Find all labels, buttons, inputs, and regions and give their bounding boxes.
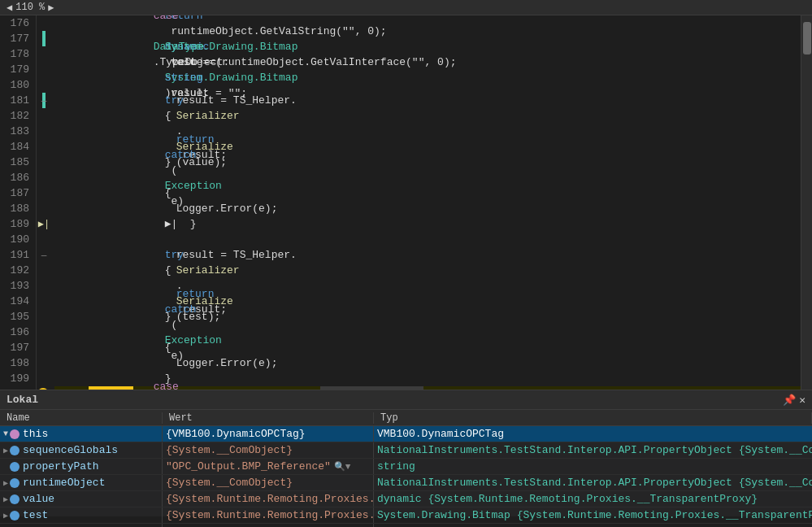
this-name-text: this — [23, 428, 48, 440]
expand-test-icon[interactable]: ▶ — [3, 511, 8, 520]
test-value-text: {System.Runtime.Remoting.Proxies.__Trans… — [166, 509, 374, 521]
this-type-text: VMB100.DynamicOPCTag — [377, 428, 504, 440]
pp-search-icon[interactable]: 🔍 — [334, 461, 345, 472]
sg-value-text: {System.__ComObject} — [166, 444, 293, 456]
cell-test-name: ▶ test — [0, 507, 163, 523]
expand-pp-icon[interactable]: ▶ — [3, 462, 8, 472]
green-indicator-177 — [42, 31, 46, 46]
debug-row-runtimeObject[interactable]: ▶ runtimeObject {System.__ComObject} Nat… — [0, 475, 812, 491]
sg-name-text: sequenceGlobals — [23, 444, 118, 456]
sg-obj-icon — [10, 446, 20, 455]
col-typ: Typ — [374, 412, 812, 424]
test-type-text: System.Drawing.Bitmap {System.Runtime.Re… — [377, 509, 812, 521]
pp-obj-icon — [10, 462, 20, 472]
expand-sg-icon[interactable]: ▶ — [3, 446, 8, 455]
pp-dropdown-icon[interactable]: ▼ — [345, 462, 351, 472]
cell-sg-value: {System.__ComObject} — [163, 442, 374, 458]
val-type-text: dynamic {System.Runtime.Remoting.Proxies… — [377, 493, 758, 505]
val-value-text: {System.Runtime.Remoting.Proxies.__Trans… — [166, 493, 374, 505]
cell-pp-name: ▶ propertyPath — [0, 459, 163, 474]
val-name-text: value — [23, 493, 54, 505]
debug-row-this[interactable]: ▼ this {VMB100.DynamicOPCTag} VMB100.Dyn… — [0, 426, 812, 442]
debug-pin-icon[interactable]: 📌 — [783, 394, 796, 407]
cell-result-value: "" — [163, 524, 374, 527]
line-numbers: 176 177 178 179 180 181 182 183 184 185 … — [0, 15, 37, 390]
cell-ro-type: NationalInstruments.TestStand.Interop.AP… — [374, 475, 812, 490]
ro-name-text: runtimeObject — [23, 477, 105, 489]
this-obj-icon — [10, 429, 20, 439]
vertical-scrollbar[interactable] — [801, 15, 812, 390]
code-gutter: ▶| — — ➤ — [37, 15, 51, 390]
debug-row-test[interactable]: ▶ test {System.Runtime.Remoting.Proxies.… — [0, 507, 812, 524]
cell-val-name: ▶ value — [0, 491, 163, 507]
debug-panel-title: Lokal — [7, 394, 38, 406]
this-value-text: {VMB100.DynamicOPCTag} — [166, 428, 306, 440]
cell-this-type: VMB100.DynamicOPCTag — [374, 426, 812, 442]
cell-result-name: ▶ result — [0, 524, 163, 527]
test-name-text: test — [23, 509, 48, 521]
zoom-bar: ◀ 110 % ▶ — [0, 0, 812, 15]
cell-sg-name: ▶ sequenceGlobals — [0, 442, 163, 458]
ro-value-text: {System.__ComObject} — [166, 477, 293, 489]
cell-pp-value: "OPC_Output.BMP_Reference" 🔍 ▼ — [163, 459, 374, 474]
arrow-indicator-189: ▶| — [38, 216, 50, 232]
zoom-left-arrow[interactable]: ◀ — [7, 2, 12, 14]
debug-row-value[interactable]: ▶ value {System.Runtime.Remoting.Proxies… — [0, 491, 812, 507]
debug-close-icon[interactable]: ✕ — [799, 394, 805, 407]
code-editor[interactable]: 176 177 178 179 180 181 182 183 184 185 … — [0, 15, 812, 390]
pp-type-text: string — [377, 460, 415, 473]
cell-val-type: dynamic {System.Runtime.Remoting.Proxies… — [374, 491, 812, 507]
editor-area: ◀ 110 % ▶ 176 177 178 179 180 181 182 18… — [0, 0, 812, 516]
cell-test-type: System.Drawing.Bitmap {System.Runtime.Re… — [374, 507, 812, 523]
expand-this-icon[interactable]: ▼ — [3, 429, 8, 438]
val-obj-icon — [10, 494, 20, 504]
zoom-right-arrow[interactable]: ▶ — [48, 2, 54, 14]
cell-test-value: {System.Runtime.Remoting.Proxies.__Trans… — [163, 507, 374, 523]
cell-ro-value: {System.__ComObject} — [163, 475, 374, 490]
cell-ro-name: ▶ runtimeObject — [0, 475, 163, 490]
pp-name-text: propertyPath — [23, 460, 99, 473]
debug-table-header: Name Wert Typ — [0, 410, 812, 426]
cell-sg-type: NationalInstruments.TestStand.Interop.AP… — [374, 442, 812, 458]
debug-row-result[interactable]: ▶ result "" string — [0, 524, 812, 527]
col-wert: Wert — [163, 412, 374, 424]
cell-result-type: string — [374, 524, 812, 527]
fold-icon-191[interactable]: — — [38, 247, 50, 263]
expand-ro-icon[interactable]: ▶ — [3, 478, 8, 488]
cell-this-name: ▼ this — [0, 426, 163, 442]
debug-row-propertyPath[interactable]: ▶ propertyPath "OPC_Output.BMP_Reference… — [0, 459, 812, 475]
ro-obj-icon — [10, 478, 20, 488]
test-obj-icon — [10, 511, 20, 520]
sg-type-text: NationalInstruments.TestStand.Interop.AP… — [377, 444, 812, 456]
scrollbar-thumb[interactable] — [803, 22, 811, 54]
col-name: Name — [0, 412, 163, 424]
code-line-189: ▶| } — [54, 216, 801, 232]
pp-value-text: "OPC_Output.BMP_Reference" — [166, 460, 331, 473]
debug-panel: Lokal 📌 ✕ Name Wert Typ ▼ this {VMB100.D… — [0, 390, 812, 516]
debug-panel-header: Lokal 📌 ✕ — [0, 390, 812, 410]
code-lines[interactable]: return runtimeObject.GetValString("", 0)… — [51, 15, 801, 390]
expand-val-icon[interactable]: ▶ — [3, 494, 8, 504]
fold-icon-181[interactable]: — — [38, 93, 50, 108]
debug-row-sequenceGlobals[interactable]: ▶ sequenceGlobals {System.__ComObject} N… — [0, 442, 812, 459]
cell-pp-type: string — [374, 459, 812, 474]
debug-controls: 📌 ✕ — [783, 394, 805, 407]
timing-badge: ≤51 ms verstrichen — [320, 386, 423, 390]
cell-this-value: {VMB100.DynamicOPCTag} — [163, 426, 374, 442]
ro-type-text: NationalInstruments.TestStand.Interop.AP… — [377, 477, 812, 489]
cell-val-value: {System.Runtime.Remoting.Proxies.__Trans… — [163, 491, 374, 507]
zoom-level: 110 % — [15, 2, 45, 13]
exec-indicator — [37, 388, 49, 390]
